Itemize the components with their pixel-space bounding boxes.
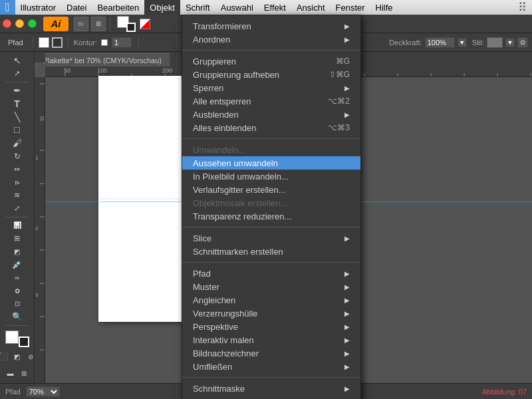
color-btn[interactable]: ⬛ [0,349,10,364]
stil-arrow[interactable]: ▼ [505,38,515,47]
stil-swatch[interactable] [487,37,503,48]
maximize-button[interactable] [28,19,37,28]
menu-illustrator[interactable]: Illustrator [15,0,61,15]
graph-tool[interactable]: 📊 [3,219,32,232]
direct-select-tool[interactable]: ↗ [3,68,32,80]
dropdown-item-umfliessen[interactable]: Umfließen ▶ [182,360,360,373]
fill-color-btn[interactable] [39,37,49,48]
menu-auswahl[interactable]: Auswahl [215,0,259,15]
dropdown-item-schnittmarken[interactable]: Schnittmarken erstellen [182,245,360,258]
options-btn[interactable]: ⊙ [517,37,528,48]
menu-objekt[interactable]: Objekt [144,0,180,15]
mirror-tool[interactable]: ⇔ [3,163,32,176]
dropdown-group-1: Transformieren ▶ Anordnen ▶ [182,18,360,47]
none-swatch[interactable] [140,19,150,29]
symbol-tool[interactable]: ✿ [3,285,32,297]
deckkraft-value[interactable] [425,37,455,48]
mesh-tool[interactable]: ⊞ [3,232,32,245]
width-tool[interactable]: ⊳ [3,176,32,189]
scale-tool[interactable]: ⤢ [3,202,32,215]
dropdown-item-perspektive[interactable]: Perspektive ▶ [182,320,360,333]
tool-sep-3 [5,325,29,326]
dropdown-item-zusammengesetzter-pfad[interactable]: Zusammengesetzter Pfad ▶ [182,395,360,399]
gradient-btn[interactable]: ◩ [11,349,23,364]
sep-3 [138,37,139,48]
screen-mode-buttons: ▬ ⊞ [5,366,30,380]
fullscreen-mode-btn[interactable]: ⊞ [18,366,30,380]
fill-stroke-control[interactable] [117,16,136,32]
menu-effekt[interactable]: Effekt [259,0,291,15]
arrow-schnittmaske: ▶ [344,385,350,392]
zoom-tool[interactable]: 🔍 [3,311,32,323]
dropdown-item-pfad[interactable]: Pfad ▶ [182,267,360,280]
shortcut-gruppieren: ⌘G [336,57,350,66]
artboard-tool[interactable]: ⊡ [3,298,32,311]
line-tool[interactable]: ╲ [3,110,32,123]
dropdown-item-slice[interactable]: Slice ▶ [182,231,360,245]
svg-text:3: 3 [35,292,39,298]
sep-3 [182,227,360,227]
sep-1 [33,37,33,48]
dropdown-item-interaktiv-malen[interactable]: Interaktiv malen ▶ [182,333,360,346]
document-tab[interactable]: Plakette* bei 70% (CMYK/Vorschau) [35,53,170,66]
warp-tool[interactable]: ≋ [3,189,32,201]
arrow-ausblenden: ▶ [344,111,350,118]
menu-schrift[interactable]: Schrift [180,0,215,15]
menu-ansicht[interactable]: Ansicht [291,0,331,15]
menu-datei[interactable]: Datei [61,0,92,15]
dropdown-item-transparenz[interactable]: Transparenz reduzieren... [182,209,360,223]
sep-2 [68,37,68,48]
pen-tool[interactable]: ✒ [3,84,32,97]
arrow-angleichen: ▶ [344,297,350,304]
close-button[interactable] [3,19,11,28]
deckkraft-arrow[interactable]: ▼ [458,38,467,47]
select-tool[interactable]: ↖ [3,55,32,67]
menu-hilfe[interactable]: Hilfe [370,0,398,15]
dropdown-item-aussehen-umwandeln[interactable]: Aussehen umwandeln [182,156,360,170]
dropdown-item-muster[interactable]: Muster ▶ [182,280,360,293]
rect-tool[interactable]: □ [3,124,32,136]
svg-text:200: 200 [162,67,172,74]
toolbar-separator-1 [110,18,110,30]
left-toolbar: ↖ ↗ ✒ T ╲ □ 🖌 ↻ ⇔ ⊳ ≋ ⤢ 📊 ⊞ ◩ 💉 ∞ ✿ ⊡ 🔍 … [0,52,35,383]
dropdown-item-transformieren[interactable]: Transformieren ▶ [182,19,360,33]
rotate-tool[interactable]: ↻ [3,150,32,162]
dropdown-item-anordnen[interactable]: Anordnen ▶ [182,33,360,46]
dropdown-item-angleichen[interactable]: Angleichen ▶ [182,293,360,307]
dropdown-item-gruppierung-aufheben[interactable]: Gruppierung aufheben ⇧⌘G [182,68,360,81]
dropdown-item-verlaufsgitter[interactable]: Verlaufsgitter erstellen... [182,183,360,196]
type-tool[interactable]: T [3,98,32,110]
arrow-pfad: ▶ [344,270,350,277]
stroke-color-btn[interactable] [52,37,63,48]
minimize-button[interactable] [15,19,24,28]
layout-button[interactable]: ⊞ [91,17,106,31]
normal-mode-btn[interactable]: ▬ [5,366,17,380]
eyedropper-tool[interactable]: 💉 [3,259,32,271]
svg-text:100: 100 [97,67,107,74]
fill-indicator [5,331,19,344]
brush-tool[interactable]: 🖌 [3,137,32,150]
gradient-tool[interactable]: ◩ [3,245,32,258]
dropdown-item-alles-einblenden[interactable]: Alles einblenden ⌥⌘3 [182,121,360,134]
dropdown-item-ausblenden[interactable]: Ausblenden ▶ [182,108,360,121]
dropdown-item-bildnachzeichner[interactable]: Bildnachzeichner ▶ [182,346,360,360]
tool-sep-1 [5,82,29,82]
blend-tool[interactable]: ∞ [3,271,32,284]
deckkraft-section: Deckkraft: ▼ Stil: ▼ ⊙ [389,37,528,48]
none-btn[interactable]: ⊘ [25,349,35,364]
dropdown-item-verzerrungshulle[interactable]: Verzerrungshülle ▶ [182,307,360,320]
menu-bearbeiten[interactable]: Bearbeiten [92,0,144,15]
menu-apple[interactable]:  [0,0,15,15]
dropdown-item-schnittmaske[interactable]: Schnittmaske ▶ [182,382,360,395]
dropdown-item-gruppieren[interactable]: Gruppieren ⌘G [182,55,360,68]
dropdown-item-alle-entsperren[interactable]: Alle entsperren ⌥⌘2 [182,94,360,108]
dropdown-item-sperren[interactable]: Sperren ▶ [182,81,360,94]
menu-fenster[interactable]: Fenster [331,0,370,15]
kontur-value[interactable] [112,37,132,48]
svg-text:2: 2 [35,225,39,231]
zoom-select[interactable]: 70% 100% [26,386,60,397]
br-button[interactable]: Br [74,17,88,31]
kontur-label: Kontur: [74,39,97,47]
fill-stroke-indicator[interactable] [5,331,29,347]
dropdown-item-in-pixelbild[interactable]: In Pixelbild umwandeln... [182,170,360,183]
